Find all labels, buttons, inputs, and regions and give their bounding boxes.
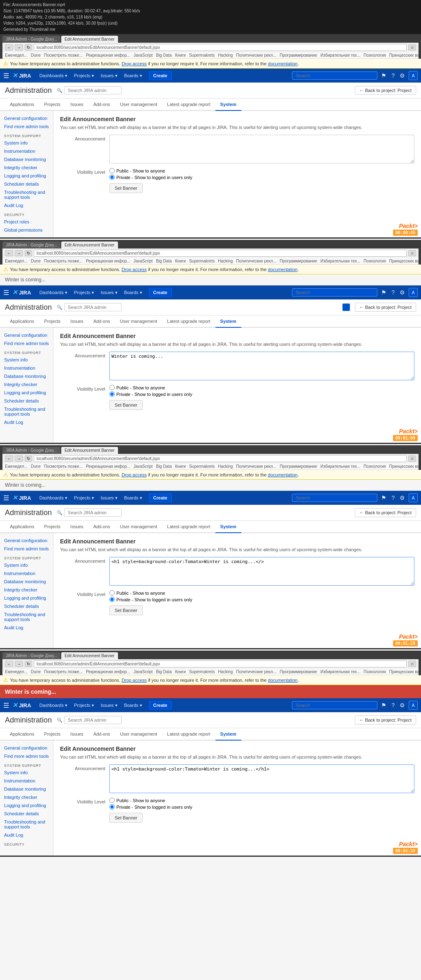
settings-icon-1[interactable]: ⚙: [398, 72, 406, 79]
bm4-8[interactable]: Supermakrets: [189, 669, 215, 674]
tab-applications-1[interactable]: Applications: [5, 99, 39, 111]
bm3-9[interactable]: Hacking: [218, 464, 233, 469]
tab-projects-3[interactable]: Projects: [39, 521, 65, 533]
reload-button-3[interactable]: ↻: [25, 455, 32, 462]
sidebar-audit-log-1[interactable]: Audit Log: [0, 201, 53, 209]
user-avatar-1[interactable]: A: [409, 71, 418, 80]
bookmark-button-4[interactable]: ☆: [408, 661, 416, 667]
sidebar-db-monitoring-1[interactable]: Database monitoring: [0, 155, 53, 163]
set-banner-btn-4[interactable]: Set Banner: [109, 813, 143, 823]
radio-private-3[interactable]: Private - Show to logged in users only: [109, 597, 414, 602]
bm2-6[interactable]: Big Data: [156, 259, 171, 263]
radio-public-input-3[interactable]: [109, 590, 115, 596]
bm2-7[interactable]: Книги: [175, 259, 186, 263]
back-to-project-btn-4[interactable]: ← Back to project: Project: [355, 715, 416, 725]
address-bar-2[interactable]: localhost:8080/secure/admin/EditAnnounce…: [34, 250, 407, 257]
back-button-4[interactable]: ←: [5, 661, 13, 667]
bookmark-3[interactable]: Посмотреть позже...: [44, 53, 83, 58]
radio-public-input-1[interactable]: [109, 168, 115, 173]
bm3-6[interactable]: Big Data: [156, 464, 171, 469]
back-to-project-btn-1[interactable]: ← Back to project: Project: [355, 86, 416, 95]
sidebar-system-info-1[interactable]: System info: [0, 139, 53, 147]
address-bar-4[interactable]: localhost:8080/secure/admin/EditAnnounce…: [34, 660, 407, 667]
bm3-13[interactable]: Психология: [363, 464, 386, 469]
bookmark-4[interactable]: Рекреационая инфор...: [86, 53, 130, 58]
browser-tab-3-2-active[interactable]: Edit Announcement Banner: [61, 447, 118, 454]
sidebar-global-perms-1[interactable]: Global permissions: [0, 226, 53, 234]
nav-search-input-3[interactable]: [292, 494, 377, 502]
documentation-link-4[interactable]: documentation: [268, 678, 298, 683]
bm4-5[interactable]: JavaScript: [134, 669, 153, 674]
bookmark-5[interactable]: JavaScript: [134, 53, 153, 58]
back-to-project-btn-2[interactable]: ← Back to project: Project: [355, 303, 416, 312]
browser-tab-4-2-active[interactable]: Edit Announcement Banner: [61, 652, 118, 659]
sidebar-find-more-3[interactable]: Find more admin tools: [0, 545, 53, 553]
sidebar-project-roles-1[interactable]: Project roles: [0, 218, 53, 226]
user-avatar-4[interactable]: A: [409, 701, 418, 710]
bm4-2[interactable]: Dune: [31, 669, 41, 674]
sidebar-db-monitoring-2[interactable]: Database monitoring: [0, 372, 53, 380]
tab-upgrade-1[interactable]: Latest upgrade report: [162, 99, 215, 111]
nav-projects-4[interactable]: Projects ▾: [71, 698, 97, 712]
bm2-14[interactable]: Принцесских ва...: [389, 259, 419, 263]
hamburger-menu-3[interactable]: ☰: [3, 494, 9, 502]
tab-applications-2[interactable]: Applications: [5, 315, 39, 328]
feedback-icon[interactable]: ⚑: [380, 72, 388, 79]
forward-button-4[interactable]: →: [15, 661, 23, 667]
bm3-3[interactable]: Посмотреть позже...: [44, 464, 83, 469]
sidebar-troubleshooting-3[interactable]: Troubleshooting and support tools: [0, 610, 53, 623]
feedback-icon-3[interactable]: ⚑: [380, 495, 388, 501]
sidebar-system-info-3[interactable]: System info: [0, 561, 53, 569]
bookmark-9[interactable]: Hacking: [218, 53, 233, 58]
sidebar-scheduler-4[interactable]: Scheduler details: [0, 810, 53, 818]
nav-boards[interactable]: Boards ▾: [121, 69, 146, 83]
sidebar-logging-profiling-1[interactable]: Logging and profiling: [0, 172, 53, 180]
radio-private-2[interactable]: Private - Show to logged in users only: [109, 391, 414, 397]
tab-usermgmt-2[interactable]: User management: [115, 315, 162, 328]
bm4-11[interactable]: Программирование: [280, 669, 317, 674]
tab-system-4[interactable]: System: [215, 728, 241, 741]
help-icon-4[interactable]: ?: [390, 702, 396, 709]
bookmark-8[interactable]: Supermakrets: [189, 53, 215, 58]
browser-tab-2-active[interactable]: Edit Announcement Banner: [61, 36, 118, 43]
tab-projects-4[interactable]: Projects: [39, 728, 65, 741]
bm2-2[interactable]: Dune: [31, 259, 41, 263]
sidebar-troubleshooting-4[interactable]: Troubleshooting and support tools: [0, 818, 53, 831]
sidebar-logging-profiling-3[interactable]: Logging and profiling: [0, 594, 53, 602]
bookmark-7[interactable]: Книги: [175, 53, 186, 58]
sidebar-scheduler-2[interactable]: Scheduler details: [0, 397, 53, 405]
sidebar-system-info-2[interactable]: System info: [0, 356, 53, 364]
bm2-3[interactable]: Посмотреть позже...: [44, 259, 83, 263]
bookmark-12[interactable]: Избирательная тех...: [320, 53, 360, 58]
radio-private-input-4[interactable]: [109, 804, 115, 810]
bm2-8[interactable]: Supermakrets: [189, 259, 215, 263]
bookmark-14[interactable]: Принцесских ва...: [389, 53, 419, 58]
documentation-link[interactable]: documentation: [268, 61, 298, 66]
bm4-3[interactable]: Посмотреть позже...: [44, 669, 83, 674]
sidebar-general-config-4[interactable]: General configuration: [0, 744, 53, 752]
tab-upgrade-3[interactable]: Latest upgrade report: [162, 521, 215, 533]
admin-search-input-4[interactable]: [64, 716, 122, 724]
sidebar-instrumentation-4[interactable]: Instrumentation: [0, 777, 53, 785]
back-button-2[interactable]: ←: [5, 250, 13, 256]
create-button-1[interactable]: Create: [149, 71, 172, 80]
settings-icon-4[interactable]: ⚙: [398, 702, 406, 709]
nav-projects-3[interactable]: Projects ▾: [71, 491, 97, 505]
tab-addons-2[interactable]: Add-ons: [88, 315, 115, 328]
set-banner-btn-2[interactable]: Set Banner: [109, 400, 143, 410]
sidebar-general-config-1[interactable]: General configuration: [0, 114, 53, 122]
nav-boards-3[interactable]: Boards ▾: [121, 491, 146, 505]
reload-button[interactable]: ↻: [25, 44, 32, 51]
bm4-12[interactable]: Избирательная тех...: [320, 669, 360, 674]
back-button[interactable]: ←: [5, 44, 13, 51]
browser-tab-1[interactable]: JIRA Admin - Google Доку...: [2, 36, 60, 43]
sidebar-troubleshooting-1[interactable]: Troubleshooting and support tools: [0, 188, 53, 201]
bm2-9[interactable]: Hacking: [218, 259, 233, 263]
sidebar-audit-log-3[interactable]: Audit Log: [0, 623, 53, 632]
create-button-4[interactable]: Create: [149, 701, 172, 710]
create-button-3[interactable]: Create: [149, 493, 172, 502]
bm4-7[interactable]: Книги: [175, 669, 186, 674]
sidebar-db-monitoring-3[interactable]: Database monitoring: [0, 577, 53, 586]
bm4-10[interactable]: Политические рекл...: [236, 669, 276, 674]
nav-search-input-4[interactable]: [292, 701, 377, 709]
